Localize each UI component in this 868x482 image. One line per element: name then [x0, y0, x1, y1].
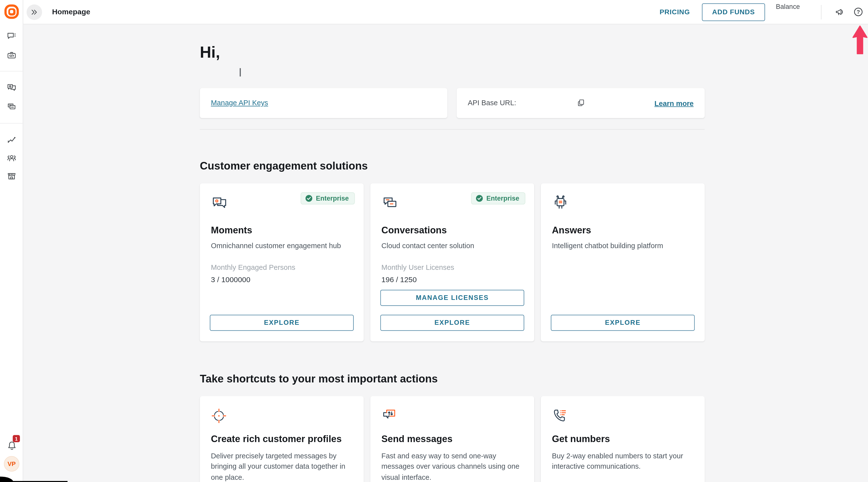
- manage-api-keys-card: Manage API Keys: [200, 88, 447, 117]
- sidebar-divider: [0, 71, 23, 72]
- crosshair-target-icon: [211, 407, 353, 424]
- solutions-row: Enterprise Moments Omnichannel customer …: [200, 183, 705, 341]
- topbar-actions: PRICING ADD FUNDS Balance ?: [659, 0, 868, 24]
- copy-icon: [576, 98, 585, 108]
- whats-new-button[interactable]: [835, 7, 845, 17]
- explore-button[interactable]: EXPLORE: [210, 314, 354, 331]
- solution-card-conversations: Enterprise Conversations Cloud contact c…: [370, 183, 534, 341]
- text-cursor: [240, 68, 241, 76]
- manage-licenses-button[interactable]: MANAGE LICENSES: [380, 289, 524, 306]
- solution-title: Answers: [552, 225, 694, 236]
- chat-dots-icon: [7, 31, 17, 41]
- line-chart-icon: [7, 135, 17, 144]
- sidebar-item-analytics[interactable]: [3, 131, 20, 148]
- manage-api-keys-link[interactable]: Manage API Keys: [211, 98, 268, 107]
- sidebar: 1 VP: [0, 0, 23, 482]
- sidebar-item-marketplace[interactable]: [3, 168, 20, 184]
- check-circle-icon: [475, 194, 483, 202]
- pricing-link[interactable]: PRICING: [659, 8, 690, 16]
- send-messages-icon: [381, 407, 523, 424]
- infobip-logo-icon[interactable]: [4, 4, 19, 19]
- section-divider: [200, 129, 705, 130]
- help-icon: ?: [853, 7, 864, 17]
- solution-card-answers: Answers Intelligent chatbot building pla…: [541, 183, 705, 341]
- solution-description: Intelligent chatbot building platform: [552, 241, 694, 251]
- shortcut-description: Deliver precisely targeted messages by b…: [211, 450, 353, 482]
- svg-text:?: ?: [857, 9, 860, 15]
- shortcut-card-customer-profiles[interactable]: Create rich customer profiles Deliver pr…: [200, 396, 364, 482]
- api-base-url-card: API Base URL: Learn more: [457, 88, 705, 117]
- shortcut-description: Buy 2-way enabled numbers to start your …: [552, 450, 694, 472]
- explore-button[interactable]: EXPLORE: [380, 314, 524, 331]
- solutions-heading: Customer engagement solutions: [200, 160, 705, 172]
- shortcut-card-get-numbers[interactable]: Get numbers Buy 2-way enabled numbers to…: [541, 396, 705, 482]
- solution-title: Moments: [211, 225, 353, 236]
- usage-value: 196 / 1250: [381, 275, 523, 284]
- api-base-url-label: API Base URL:: [468, 98, 576, 107]
- code-toolbox-icon: [7, 51, 17, 60]
- stacked-cards-icon: [7, 102, 17, 111]
- solution-title: Conversations: [381, 225, 523, 236]
- topbar-divider: [821, 5, 822, 19]
- double-chevron-right-icon: [31, 8, 38, 16]
- sidebar-item-people[interactable]: [3, 149, 20, 166]
- usage-label: Monthly User Licenses: [381, 263, 523, 271]
- check-circle-icon: [305, 194, 312, 202]
- enterprise-badge: Enterprise: [471, 192, 525, 204]
- sidebar-divider: [0, 123, 23, 123]
- sidebar-item-developer-tools[interactable]: [3, 47, 20, 63]
- answers-robot-icon: [552, 194, 694, 211]
- solution-card-moments: Enterprise Moments Omnichannel customer …: [200, 183, 364, 341]
- phone-numbers-icon: [552, 407, 694, 424]
- sidebar-item-moments[interactable]: [3, 79, 20, 96]
- enterprise-badge-label: Enterprise: [316, 194, 348, 202]
- page-title: Homepage: [52, 8, 90, 16]
- shortcuts-row: Create rich customer profiles Deliver pr…: [200, 396, 705, 482]
- greeting-heading: Hi,: [200, 45, 705, 60]
- people-icon: [7, 153, 17, 163]
- shortcut-title: Send messages: [381, 434, 523, 445]
- enterprise-badge: Enterprise: [300, 192, 355, 204]
- help-button[interactable]: ?: [853, 7, 864, 17]
- solution-description: Cloud contact center solution: [381, 241, 523, 251]
- user-avatar[interactable]: VP: [4, 456, 20, 472]
- shortcuts-heading: Take shortcuts to your most important ac…: [200, 372, 705, 385]
- shortcut-card-send-messages[interactable]: Send messages Fast and easy way to send …: [370, 396, 534, 482]
- solution-description: Omnichannel customer engagement hub: [211, 241, 353, 251]
- storefront-icon: [7, 171, 17, 181]
- api-cards-row: Manage API Keys API Base URL: Learn more: [200, 88, 705, 117]
- learn-more-link[interactable]: Learn more: [654, 99, 693, 107]
- copy-button[interactable]: [576, 98, 585, 108]
- shortcut-title: Create rich customer profiles: [211, 434, 353, 445]
- enterprise-badge-label: Enterprise: [487, 194, 519, 202]
- notification-count-badge: 1: [13, 435, 20, 442]
- usage-label: Monthly Engaged Persons: [211, 263, 353, 271]
- sidebar-item-chats[interactable]: [3, 28, 20, 44]
- balance-label: Balance: [776, 3, 800, 10]
- shortcut-title: Get numbers: [552, 434, 694, 445]
- sidebar-expand-button[interactable]: [27, 4, 42, 20]
- sidebar-item-campaigns[interactable]: [3, 98, 20, 115]
- explore-button[interactable]: EXPLORE: [551, 314, 695, 331]
- chat-bubbles-icon: [7, 83, 17, 92]
- top-bar: Homepage PRICING ADD FUNDS Balance: [23, 0, 868, 24]
- main-content: Hi, Manage API Keys API Base URL:: [23, 24, 868, 482]
- add-funds-button[interactable]: ADD FUNDS: [702, 3, 765, 21]
- annotation-arrow-up: [852, 25, 868, 54]
- megaphone-icon: [835, 7, 845, 17]
- usage-value: 3 / 1000000: [211, 275, 353, 284]
- shortcut-description: Fast and easy way to send one-way messag…: [381, 450, 523, 482]
- app-viewport: 1 VP Homepage PRICING ADD FUNDS Balance: [0, 0, 868, 482]
